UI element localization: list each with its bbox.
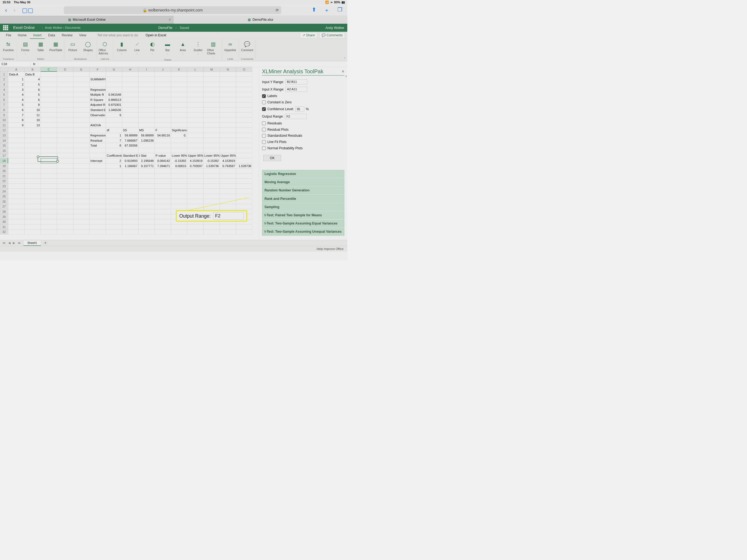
cell[interactable]: [138, 72, 155, 77]
cell[interactable]: [187, 123, 203, 128]
cell[interactable]: [57, 204, 73, 209]
row-header[interactable]: 28: [0, 209, 8, 214]
cell[interactable]: [24, 214, 41, 219]
cell[interactable]: [154, 82, 171, 87]
cell[interactable]: SUMMARY OUTPUT: [89, 77, 106, 82]
sheet-nav-next[interactable]: ▶: [13, 241, 15, 245]
cell[interactable]: [73, 229, 90, 235]
cell[interactable]: [89, 204, 106, 209]
row-header[interactable]: 2: [0, 77, 8, 82]
row-header[interactable]: 9: [0, 112, 8, 118]
cell[interactable]: [41, 102, 57, 107]
cell[interactable]: Coefficients: [106, 153, 122, 158]
cell[interactable]: [73, 189, 90, 194]
cell[interactable]: [171, 199, 187, 204]
cell[interactable]: [203, 133, 220, 138]
cell[interactable]: [41, 77, 57, 82]
cell[interactable]: [106, 148, 122, 153]
row-header[interactable]: 5: [0, 92, 8, 97]
column-header[interactable]: D: [57, 67, 73, 72]
cell[interactable]: [154, 189, 171, 194]
cell[interactable]: [154, 179, 171, 184]
cell[interactable]: [8, 148, 25, 153]
cell[interactable]: Adjusted R: [89, 102, 106, 107]
cell[interactable]: [171, 183, 187, 189]
new-tab-icon[interactable]: ＋: [324, 6, 330, 14]
cell[interactable]: [220, 229, 236, 235]
cell[interactable]: [57, 183, 73, 189]
cell[interactable]: Intercept: [89, 158, 106, 163]
cell[interactable]: [122, 214, 138, 219]
cell[interactable]: [187, 199, 203, 204]
cell[interactable]: [122, 102, 138, 107]
cell[interactable]: [220, 107, 236, 112]
cell[interactable]: 1.539736: [203, 163, 220, 169]
back-button[interactable]: ‹: [5, 6, 7, 14]
cell[interactable]: [171, 97, 187, 102]
cell[interactable]: [138, 92, 155, 97]
cell[interactable]: [106, 209, 122, 214]
cell[interactable]: [106, 82, 122, 87]
cell[interactable]: [220, 179, 236, 184]
cell[interactable]: Regression: [89, 133, 106, 138]
cell[interactable]: [138, 107, 155, 112]
cell[interactable]: 13: [24, 123, 41, 128]
cell[interactable]: [203, 82, 220, 87]
cell[interactable]: [73, 133, 90, 138]
ribbon-button-line[interactable]: ⟋Line⌄: [131, 40, 144, 58]
cell[interactable]: [24, 179, 41, 184]
cell[interactable]: [24, 183, 41, 189]
cell[interactable]: [8, 229, 25, 235]
cell[interactable]: [220, 224, 236, 229]
cell[interactable]: [171, 148, 187, 153]
cell[interactable]: [236, 148, 252, 153]
cell[interactable]: [57, 189, 73, 194]
cell[interactable]: [8, 183, 25, 189]
cell[interactable]: 67.55556: [122, 143, 138, 148]
cell[interactable]: [8, 169, 25, 174]
cell[interactable]: 54.68116: [154, 133, 171, 138]
cell[interactable]: [89, 214, 106, 219]
row-header[interactable]: 15: [0, 143, 8, 148]
cell[interactable]: [138, 214, 155, 219]
cell[interactable]: Data B: [24, 72, 41, 77]
cell[interactable]: [89, 148, 106, 153]
cell[interactable]: [154, 143, 171, 148]
cell[interactable]: R Square: [89, 97, 106, 102]
cell[interactable]: [236, 229, 252, 235]
ribbon-button-scatter[interactable]: ⋮Scatter⌄: [192, 40, 205, 58]
cell[interactable]: [89, 72, 106, 77]
cell[interactable]: 2: [8, 82, 25, 87]
cell[interactable]: [41, 173, 57, 179]
cell[interactable]: [220, 123, 236, 128]
cell[interactable]: [89, 169, 106, 174]
cell[interactable]: [73, 118, 90, 123]
cell[interactable]: 59.88889: [122, 133, 138, 138]
cell[interactable]: [122, 209, 138, 214]
cell[interactable]: [138, 219, 155, 225]
cell[interactable]: [41, 72, 57, 77]
cell[interactable]: [236, 189, 252, 194]
cell[interactable]: [41, 133, 57, 138]
cell[interactable]: [106, 214, 122, 219]
row-header[interactable]: 29: [0, 214, 8, 219]
cell[interactable]: 5: [24, 82, 41, 87]
cell[interactable]: [220, 148, 236, 153]
cell[interactable]: [24, 199, 41, 204]
ribbon-button-function[interactable]: fxFunction: [2, 40, 15, 58]
cell[interactable]: 6: [24, 87, 41, 92]
cell[interactable]: [154, 77, 171, 82]
cell[interactable]: [57, 173, 73, 179]
ribbon-button-comment[interactable]: 💬Comment: [241, 40, 254, 58]
drawn-shape[interactable]: [38, 156, 58, 162]
cell[interactable]: [154, 204, 171, 209]
cell[interactable]: [73, 107, 90, 112]
cell[interactable]: [122, 92, 138, 97]
cell[interactable]: [138, 148, 155, 153]
cell[interactable]: [138, 204, 155, 209]
cell[interactable]: F: [154, 128, 171, 133]
cell[interactable]: [154, 183, 171, 189]
cell[interactable]: [106, 77, 122, 82]
cell[interactable]: 11: [24, 112, 41, 118]
cell[interactable]: [187, 138, 203, 143]
